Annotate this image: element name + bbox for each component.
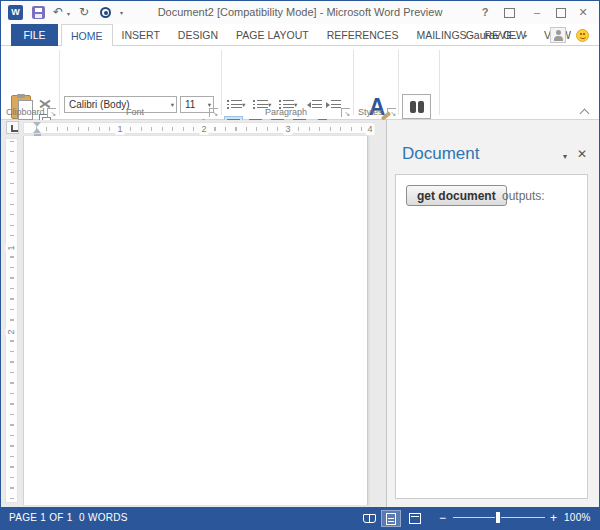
account-menu[interactable]: Gaurav G... ▾ <box>466 24 527 46</box>
task-pane-content: get document outputs: <box>395 174 588 499</box>
maximize-button[interactable] <box>551 5 571 20</box>
account-dropdown-icon: ▾ <box>524 32 527 39</box>
ribbon: Paste ▾ Clipboard ↘ Calibri (Body)▾ 11▾ … <box>1 46 599 120</box>
paragraph-group-label: Paragraph <box>265 107 307 117</box>
document-page[interactable] <box>23 136 368 505</box>
bullets-icon <box>227 100 242 110</box>
zoom-slider[interactable] <box>453 517 545 518</box>
vertical-ruler[interactable]: 1 2 <box>5 138 18 503</box>
help-button[interactable]: ? <box>475 5 495 20</box>
ribbon-display-options-button[interactable] <box>499 5 519 20</box>
font-size-value: 11 <box>185 97 195 112</box>
document-area: 1 2 3 4 1 2 <box>1 120 386 507</box>
word-count[interactable]: 0 WORDS <box>79 512 128 523</box>
horizontal-ruler-strip: 1 2 3 4 <box>1 120 386 136</box>
ruler-number: 2 <box>199 124 208 135</box>
ruler-number: 4 <box>365 124 374 135</box>
styles-dialog-launcher[interactable]: ↘ <box>387 108 396 117</box>
close-button[interactable]: ✕ <box>573 5 593 20</box>
read-mode-button[interactable] <box>359 510 379 527</box>
tab-insert[interactable]: INSERT <box>113 24 169 46</box>
paragraph-dialog-launcher[interactable]: ↘ <box>341 108 350 117</box>
tab-references[interactable]: REFERENCES <box>318 24 408 46</box>
hanging-indent-marker[interactable] <box>33 128 41 133</box>
task-pane-title: Document <box>402 144 479 164</box>
zoom-level[interactable]: 100% <box>564 512 591 523</box>
ruler-number: 3 <box>283 124 292 135</box>
title-bar: W ↶ ▾ ↻ ▾ Document2 [Compatibility Mode]… <box>1 1 599 24</box>
bullets-button[interactable]: ▾ <box>227 97 245 113</box>
outputs-label: outputs: <box>502 189 545 203</box>
tab-file[interactable]: FILE <box>11 24 58 46</box>
web-layout-icon <box>409 513 421 524</box>
font-dialog-launcher[interactable]: ↘ <box>209 108 218 117</box>
tab-page-layout[interactable]: PAGE LAYOUT <box>227 24 318 46</box>
ribbon-tab-row: FILE HOME INSERT DESIGN PAGE LAYOUT REFE… <box>1 24 599 46</box>
binoculars-icon <box>418 101 424 113</box>
tab-stop-selector[interactable] <box>6 121 19 134</box>
web-layout-button[interactable] <box>405 510 425 527</box>
font-name-dropdown-icon: ▾ <box>171 102 174 108</box>
task-pane-close-icon[interactable]: ✕ <box>577 147 587 161</box>
task-pane: Document ▾ ✕ get document outputs: <box>386 120 599 507</box>
print-layout-icon <box>386 513 396 525</box>
editing-button[interactable] <box>402 94 431 119</box>
minimize-button[interactable]: – <box>527 5 547 20</box>
clipboard-group-label: Clipboard <box>6 107 45 117</box>
zoom-in-button[interactable]: + <box>550 510 557 526</box>
font-name-value: Calibri (Body) <box>69 97 130 112</box>
zoom-out-button[interactable]: − <box>439 510 446 526</box>
ruler-number: 1 <box>6 244 16 251</box>
font-size-dropdown-icon: ▾ <box>208 102 211 108</box>
first-line-indent-marker[interactable] <box>33 122 41 127</box>
clipboard-dialog-launcher[interactable]: ↘ <box>47 108 56 117</box>
word-window: W ↶ ▾ ↻ ▾ Document2 [Compatibility Mode]… <box>0 0 600 530</box>
ruler-ticks <box>10 141 14 500</box>
tab-design[interactable]: DESIGN <box>169 24 227 46</box>
feedback-smiley-icon[interactable] <box>576 29 589 42</box>
font-group-label: Font <box>126 107 144 117</box>
horizontal-ruler[interactable]: 1 2 3 4 <box>23 122 374 134</box>
task-pane-menu-icon[interactable]: ▾ <box>563 152 567 161</box>
tab-home[interactable]: HOME <box>61 24 113 47</box>
decrease-indent-button[interactable] <box>307 97 322 113</box>
ruler-number: 1 <box>115 124 124 135</box>
print-layout-button[interactable] <box>381 510 401 527</box>
get-document-button[interactable]: get document <box>406 185 507 206</box>
main-area: 1 2 3 4 1 2 Document ▾ ✕ get doc <box>1 120 599 507</box>
status-bar: PAGE 1 OF 1 0 WORDS − + 100% <box>1 507 599 529</box>
increase-indent-button[interactable] <box>326 97 341 113</box>
binoculars-icon <box>410 101 416 113</box>
styles-group-label: Styles <box>358 107 383 117</box>
avatar[interactable] <box>550 27 566 43</box>
zoom-slider-thumb[interactable] <box>495 511 501 524</box>
collapse-ribbon-icon[interactable] <box>580 107 589 116</box>
page-indicator[interactable]: PAGE 1 OF 1 <box>9 512 73 523</box>
font-name-combobox[interactable]: Calibri (Body)▾ <box>64 96 177 113</box>
ruler-number: 2 <box>6 328 16 335</box>
read-mode-icon <box>363 514 376 523</box>
account-name: Gaurav G... <box>466 29 520 41</box>
